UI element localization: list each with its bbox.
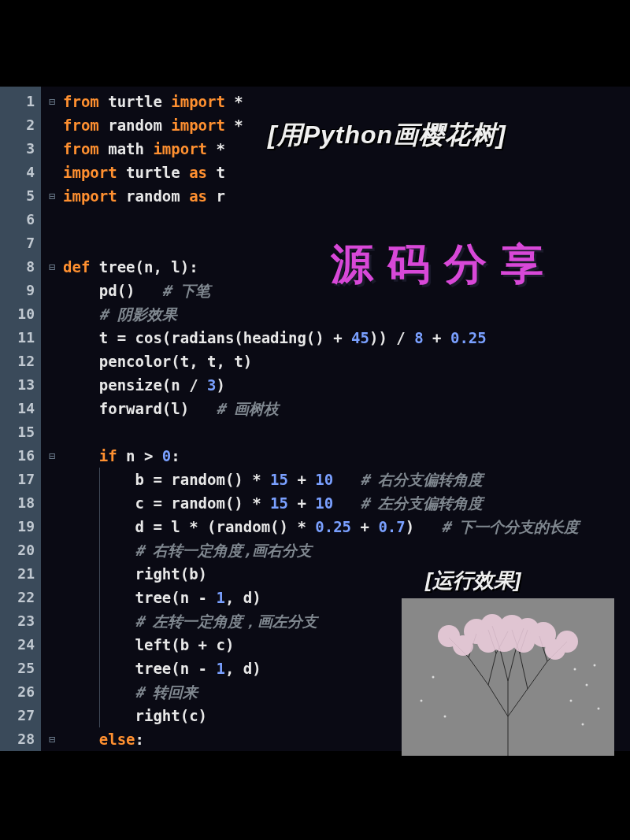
code-line[interactable]: import turtle as t [63, 161, 630, 184]
svg-point-19 [421, 700, 423, 702]
line-number: 2 [0, 113, 41, 137]
line-number: 9 [0, 279, 41, 302]
code-line[interactable]: pencolor(t, t, t) [63, 350, 630, 373]
fold-marker[interactable]: ⊟ [41, 727, 63, 751]
fold-marker [41, 680, 63, 704]
line-number: 18 [0, 491, 41, 515]
fold-marker [41, 562, 63, 586]
cherry-tree-icon [402, 598, 614, 756]
fold-marker [41, 657, 63, 680]
line-number: 12 [0, 350, 41, 373]
svg-point-10 [545, 639, 565, 660]
line-number: 10 [0, 302, 41, 326]
fold-marker [41, 704, 63, 727]
fold-marker [41, 633, 63, 657]
line-number: 23 [0, 609, 41, 633]
line-number: 21 [0, 562, 41, 586]
fold-marker [41, 137, 63, 161]
line-number: 14 [0, 397, 41, 420]
line-number: 28 [0, 727, 41, 751]
line-number: 25 [0, 657, 41, 680]
fold-marker [41, 208, 63, 231]
line-number: 1 [0, 90, 41, 113]
svg-point-20 [444, 716, 447, 718]
code-line[interactable] [63, 420, 630, 444]
fold-marker [41, 326, 63, 350]
line-number: 6 [0, 208, 41, 231]
line-number: 11 [0, 326, 41, 350]
line-number: 3 [0, 137, 41, 161]
fold-marker [41, 538, 63, 562]
overlay-title: [用Python画樱花树] [268, 118, 506, 153]
line-number: 26 [0, 680, 41, 704]
code-line[interactable]: b = random() * 15 + 10 # 右分支偏转角度 [63, 468, 630, 491]
svg-point-8 [453, 635, 473, 656]
fold-marker [41, 231, 63, 255]
fold-marker [41, 302, 63, 326]
line-number: 20 [0, 538, 41, 562]
line-number: 19 [0, 515, 41, 538]
overlay-result-label: [运行效果] [425, 567, 521, 594]
line-number: 13 [0, 373, 41, 397]
fold-marker[interactable]: ⊟ [41, 255, 63, 279]
code-line[interactable]: # 阴影效果 [63, 302, 630, 326]
fold-marker [41, 491, 63, 515]
svg-point-21 [582, 723, 584, 726]
line-number: 8 [0, 255, 41, 279]
svg-point-17 [598, 708, 600, 710]
fold-marker [41, 161, 63, 184]
code-line[interactable]: if n > 0: [63, 444, 630, 468]
line-number: 7 [0, 231, 41, 255]
line-number: 4 [0, 161, 41, 184]
code-line[interactable]: right(b) [63, 562, 630, 586]
code-line[interactable]: t = cos(radians(heading() + 45)) / 8 + 0… [63, 326, 630, 350]
svg-point-14 [586, 684, 588, 686]
fold-marker[interactable]: ⊟ [41, 184, 63, 208]
code-line[interactable]: from turtle import * [63, 90, 630, 113]
fold-marker [41, 279, 63, 302]
fold-column[interactable]: ⊟⊟⊟⊟⊟ [41, 87, 63, 751]
code-line[interactable]: pensize(n / 3) [63, 373, 630, 397]
svg-point-18 [432, 676, 435, 679]
code-line[interactable] [63, 208, 630, 231]
fold-marker [41, 397, 63, 420]
fold-marker [41, 468, 63, 491]
fold-marker [41, 515, 63, 538]
fold-marker [41, 373, 63, 397]
fold-marker[interactable]: ⊟ [41, 444, 63, 468]
svg-point-15 [594, 664, 596, 667]
line-number-gutter: 1234567891011121314151617181920212223242… [0, 87, 41, 751]
result-preview [402, 598, 614, 756]
svg-point-16 [570, 700, 573, 702]
fold-marker[interactable]: ⊟ [41, 90, 63, 113]
code-line[interactable]: d = l * (random() * 0.25 + 0.7) # 下一个分支的… [63, 515, 630, 538]
overlay-subtitle: 源码分享 [331, 236, 558, 294]
code-line[interactable]: c = random() * 15 + 10 # 左分支偏转角度 [63, 491, 630, 515]
line-number: 22 [0, 586, 41, 609]
fold-marker [41, 609, 63, 633]
code-line[interactable]: import random as r [63, 184, 630, 208]
fold-marker [41, 113, 63, 137]
line-number: 24 [0, 633, 41, 657]
line-number: 5 [0, 184, 41, 208]
fold-marker [41, 420, 63, 444]
fold-marker [41, 586, 63, 609]
svg-point-13 [574, 668, 576, 671]
line-number: 27 [0, 704, 41, 727]
fold-marker [41, 350, 63, 373]
line-number: 17 [0, 468, 41, 491]
svg-point-11 [477, 631, 499, 653]
code-line[interactable]: # 右转一定角度,画右分支 [63, 538, 630, 562]
code-line[interactable]: forward(l) # 画树枝 [63, 397, 630, 420]
line-number: 15 [0, 420, 41, 444]
svg-point-12 [513, 631, 535, 653]
line-number: 16 [0, 444, 41, 468]
